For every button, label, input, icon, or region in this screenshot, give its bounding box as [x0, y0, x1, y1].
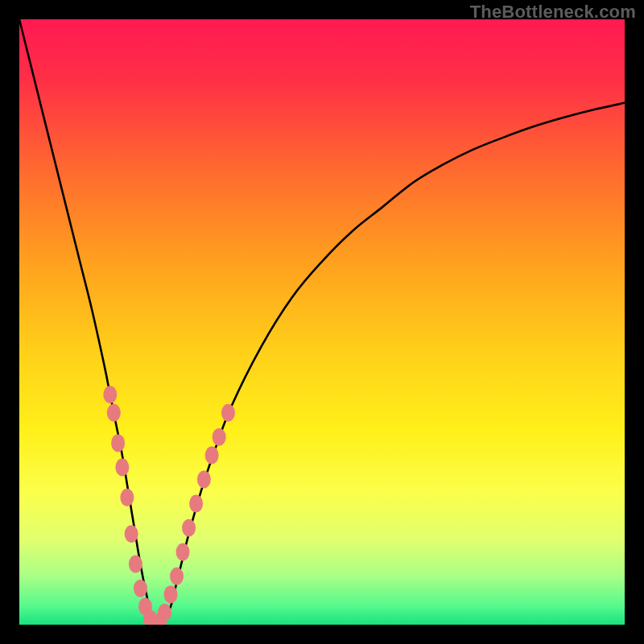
data-marker: [158, 604, 171, 621]
watermark-text: TheBottleneck.com: [470, 2, 636, 23]
data-marker: [129, 555, 142, 573]
bottleneck-curve: [19, 19, 625, 625]
data-marker: [189, 495, 203, 513]
data-marker: [213, 428, 226, 446]
data-marker: [205, 446, 219, 464]
data-marker: [134, 580, 147, 597]
data-marker: [115, 458, 129, 476]
data-marker: [197, 471, 211, 489]
data-marker: [125, 525, 138, 543]
data-marker: [120, 489, 134, 506]
data-marker: [176, 543, 190, 561]
data-marker: [221, 404, 235, 422]
data-marker: [107, 404, 121, 422]
data-marker: [182, 519, 196, 537]
chart-svg: [19, 19, 625, 625]
data-marker: [103, 386, 117, 403]
chart-frame: [19, 19, 625, 625]
data-marker: [164, 585, 178, 603]
data-marker: [111, 434, 125, 452]
data-markers: [103, 386, 235, 625]
data-marker: [170, 568, 184, 585]
